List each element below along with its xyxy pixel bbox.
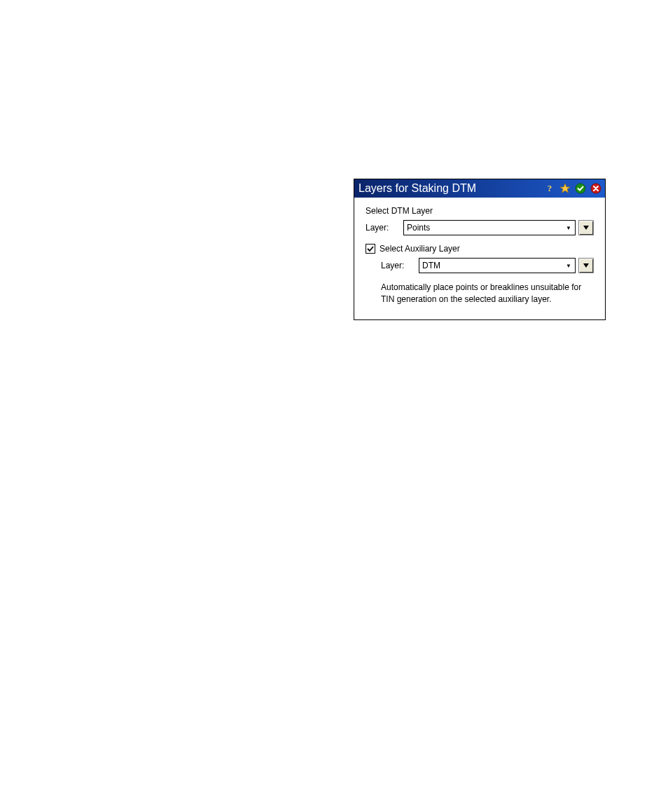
help-icon[interactable]: ?	[543, 182, 556, 195]
dialog-title: Layers for Staking DTM	[359, 182, 476, 195]
aux-layer-checkbox-row: Select Auxiliary Layer	[366, 244, 594, 254]
aux-layer-checkbox[interactable]	[366, 244, 375, 254]
dtm-layer-select-value: Points	[407, 223, 430, 233]
chevron-down-icon: ▼	[564, 263, 573, 269]
aux-layer-select-wrap: DTM ▼	[419, 258, 594, 273]
aux-layer-dropdown-button[interactable]	[578, 258, 594, 273]
dtm-layer-field-label: Layer:	[366, 223, 399, 233]
aux-layer-field-label: Layer:	[381, 261, 415, 270]
dtm-layer-select-wrap: Points ▼	[403, 220, 594, 235]
dtm-layer-dropdown-button[interactable]	[578, 220, 594, 235]
dialog-titlebar: Layers for Staking DTM ?	[354, 179, 605, 198]
aux-layer-checkbox-label: Select Auxiliary Layer	[380, 244, 460, 254]
chevron-down-icon: ▼	[564, 225, 573, 231]
svg-text:?: ?	[548, 183, 552, 193]
aux-layer-field-row: Layer: DTM ▼	[381, 258, 594, 273]
aux-layer-description: Automatically place points or breaklines…	[381, 282, 594, 305]
svg-marker-4	[583, 226, 589, 230]
aux-layer-select[interactable]: DTM ▼	[419, 258, 576, 273]
dtm-layer-field-row: Layer: Points ▼	[366, 220, 594, 235]
dialog-body: Select DTM Layer Layer: Points ▼ Select …	[354, 198, 605, 319]
layers-for-staking-dtm-dialog: Layers for Staking DTM ?	[354, 179, 606, 320]
star-icon[interactable]	[559, 182, 571, 195]
dtm-layer-select[interactable]: Points ▼	[403, 220, 576, 235]
svg-marker-5	[583, 263, 589, 268]
close-icon[interactable]	[590, 182, 602, 195]
ok-icon[interactable]	[574, 182, 587, 195]
select-dtm-layer-label: Select DTM Layer	[366, 206, 594, 216]
aux-layer-select-value: DTM	[422, 261, 440, 270]
titlebar-icon-group: ?	[543, 182, 602, 195]
svg-marker-1	[560, 184, 570, 193]
